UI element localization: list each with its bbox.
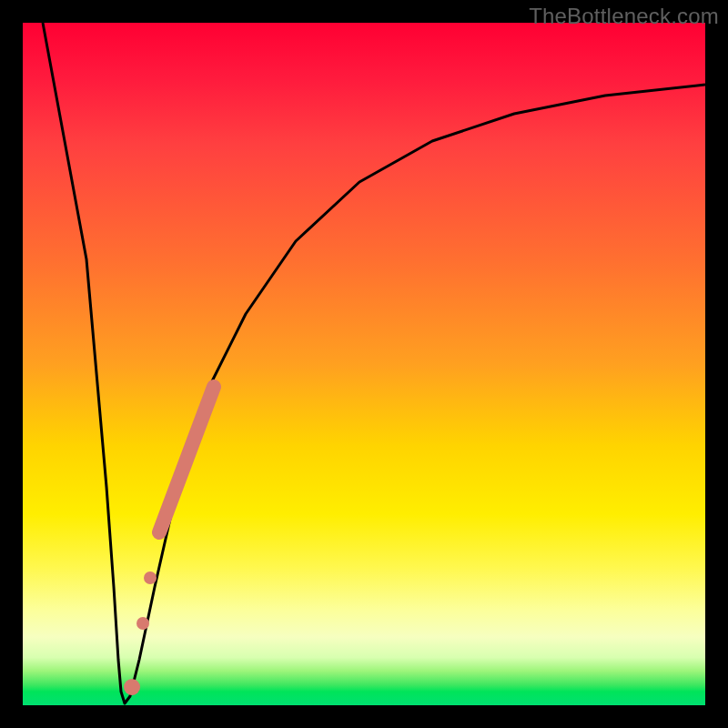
marker-dot-1 — [144, 571, 157, 584]
marker-dot-3 — [124, 679, 140, 695]
bottleneck-curve — [43, 23, 705, 703]
curve-layer — [23, 23, 705, 705]
plot-area — [23, 23, 705, 705]
highlight-segment — [159, 387, 214, 532]
watermark-text: TheBottleneck.com — [529, 4, 719, 29]
marker-dot-2 — [136, 617, 149, 630]
chart-frame: TheBottleneck.com — [0, 0, 728, 728]
